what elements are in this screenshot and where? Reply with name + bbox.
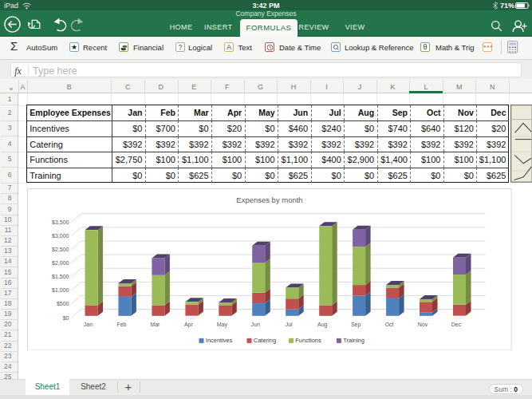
svg-text:Sep: Sep	[351, 321, 361, 327]
svg-text:Aug: Aug	[317, 321, 328, 327]
svg-text:Catering: Catering	[254, 337, 276, 344]
svg-text:Dec: Dec	[451, 321, 462, 326]
svg-text:Expenses by month: Expenses by month	[236, 196, 302, 204]
svg-text:Functions: Functions	[295, 337, 321, 344]
svg-text:$2,500: $2,500	[52, 247, 69, 252]
svg-text:$1,000: $1,000	[52, 287, 69, 293]
svg-text:Jul: Jul	[286, 321, 293, 326]
svg-text:Apr: Apr	[184, 321, 194, 327]
svg-text:Training: Training	[343, 337, 365, 344]
svg-text:$3,500: $3,500	[52, 219, 69, 224]
svg-text:Incentives: Incentives	[206, 337, 233, 344]
svg-text:$2,000: $2,000	[52, 260, 69, 266]
svg-text:Jun: Jun	[251, 321, 260, 326]
svg-text:$500: $500	[57, 301, 69, 306]
svg-text:$3,000: $3,000	[52, 233, 69, 239]
svg-text:Jan: Jan	[84, 321, 93, 326]
svg-text:$0: $0	[63, 314, 69, 320]
svg-text:$1,500: $1,500	[52, 274, 69, 279]
svg-text:Nov: Nov	[418, 321, 428, 326]
svg-text:Oct: Oct	[385, 321, 394, 326]
svg-text:Feb: Feb	[116, 321, 126, 326]
svg-text:Mar: Mar	[150, 321, 160, 326]
svg-text:May: May	[217, 321, 228, 327]
